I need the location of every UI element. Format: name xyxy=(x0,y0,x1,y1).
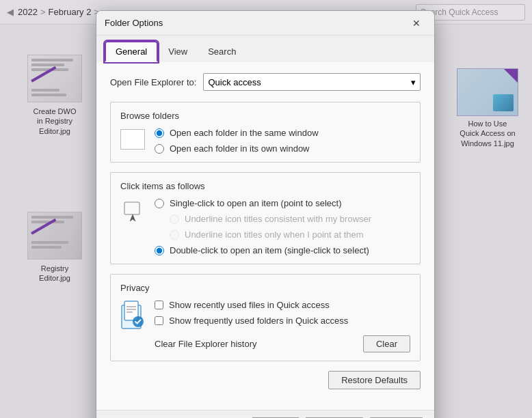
svg-marker-2 xyxy=(130,214,135,221)
browse-section-content: Open each folder in the same window Open… xyxy=(120,128,410,154)
dialog-content: Open File Explorer to: Quick access ▾ Br… xyxy=(96,62,434,410)
restore-defaults-row: Restore Defaults xyxy=(110,371,421,389)
click-radio-2-label: Double-click to open an item (single-cli… xyxy=(170,245,369,255)
privacy-check-1[interactable] xyxy=(155,301,163,309)
restore-defaults-button[interactable]: Restore Defaults xyxy=(328,371,421,389)
open-fe-row: Open File Explorer to: Quick access ▾ xyxy=(110,73,421,91)
click-radio-1b-label: Underline icon titles only when I point … xyxy=(185,229,364,240)
open-fe-value: Quick access xyxy=(208,77,261,87)
browse-radio-1[interactable] xyxy=(155,128,164,138)
click-section-content: Single-click to open an item (point to s… xyxy=(120,198,410,255)
privacy-options: Show recently used files in Quick access… xyxy=(155,300,410,352)
privacy-check-1-item[interactable]: Show recently used files in Quick access xyxy=(155,300,410,310)
privacy-check-2-label: Show frequently used folders in Quick ac… xyxy=(169,316,348,326)
open-fe-label: Open File Explorer to: xyxy=(110,77,196,87)
open-fe-select[interactable]: Quick access ▾ xyxy=(203,73,421,91)
dialog-titlebar: Folder Options ✕ xyxy=(96,11,434,36)
click-radio-1a-item[interactable]: Underline icon titles consistent with my… xyxy=(170,214,371,224)
dialog-title: Folder Options xyxy=(105,18,407,28)
tab-search[interactable]: Search xyxy=(198,41,246,62)
tab-general[interactable]: General xyxy=(105,41,158,62)
click-radio-1[interactable] xyxy=(155,199,164,208)
close-button[interactable]: ✕ xyxy=(407,14,426,33)
folder-options-dialog: Folder Options ✕ General View Search Ope… xyxy=(96,10,435,418)
clear-row: Clear File Explorer history Clear xyxy=(155,335,410,352)
click-radio-1a[interactable] xyxy=(170,214,179,224)
click-label: Click items as follows xyxy=(120,181,410,191)
dialog-footer: OK Cancel Apply xyxy=(96,410,434,418)
click-radio-2[interactable] xyxy=(155,246,164,255)
cursor-icon xyxy=(122,199,144,224)
dialog-tabs: General View Search xyxy=(96,36,434,62)
tab-view[interactable]: View xyxy=(158,41,198,62)
browse-radio-1-item[interactable]: Open each folder in the same window xyxy=(155,128,319,138)
click-radio-1b[interactable] xyxy=(170,230,179,240)
click-items-section: Click items as follows Single-click to o… xyxy=(110,172,421,264)
privacy-section: Privacy xyxy=(110,274,421,361)
browse-radio-2-label: Open each folder in its own window xyxy=(170,143,310,154)
clear-button[interactable]: Clear xyxy=(363,335,410,352)
privacy-icon xyxy=(120,300,145,330)
browse-radio-1-label: Open each folder in the same window xyxy=(170,128,319,138)
browse-label: Browse folders xyxy=(120,111,410,121)
privacy-check-2[interactable] xyxy=(155,316,163,325)
dropdown-chevron-icon: ▾ xyxy=(411,77,416,87)
clear-label: Clear File Explorer history xyxy=(155,339,257,349)
privacy-header: Privacy xyxy=(120,283,410,293)
click-radio-1-label: Single-click to open an item (point to s… xyxy=(170,198,341,208)
browse-folders-section: Browse folders Open each folder in the s… xyxy=(110,102,421,163)
privacy-check-2-item[interactable]: Show frequently used folders in Quick ac… xyxy=(155,316,410,326)
click-radio-1b-item[interactable]: Underline icon titles only when I point … xyxy=(170,229,371,240)
folder-icon xyxy=(120,129,145,150)
svg-rect-1 xyxy=(124,202,139,214)
browse-radio-group: Open each folder in the same window Open… xyxy=(155,128,319,154)
privacy-check-1-label: Show recently used files in Quick access xyxy=(169,300,330,310)
click-icon xyxy=(120,199,145,224)
browse-radio-2-item[interactable]: Open each folder in its own window xyxy=(155,143,319,154)
privacy-content: Show recently used files in Quick access… xyxy=(120,300,410,352)
click-radio-1a-label: Underline icon titles consistent with my… xyxy=(185,214,371,224)
click-radio-group: Single-click to open an item (point to s… xyxy=(155,198,371,255)
click-radio-2-item[interactable]: Double-click to open an item (single-cli… xyxy=(155,245,371,255)
browse-radio-2[interactable] xyxy=(155,144,164,154)
privacy-files-icon xyxy=(120,300,145,330)
click-radio-1-item[interactable]: Single-click to open an item (point to s… xyxy=(155,198,371,208)
